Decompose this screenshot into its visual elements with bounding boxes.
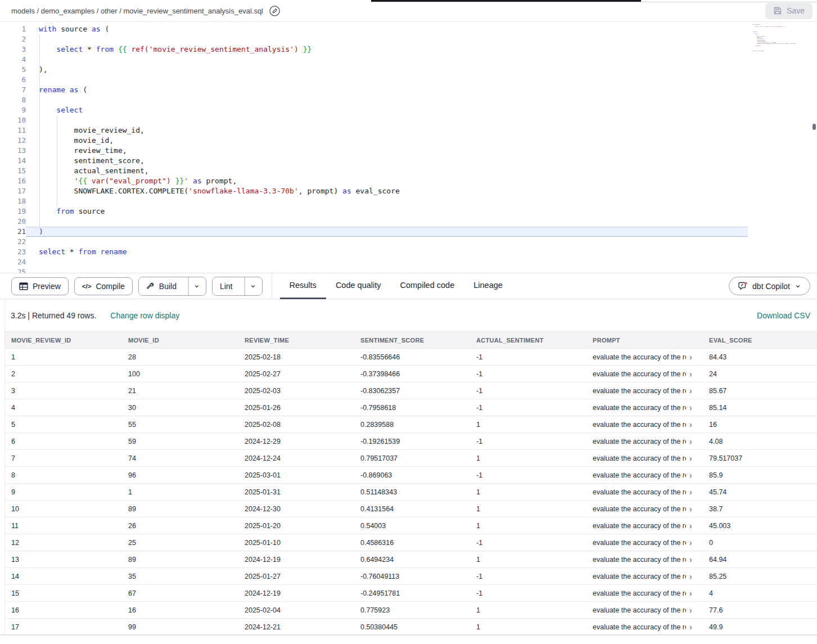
line-number: 23 bbox=[0, 247, 26, 257]
cell: 13 bbox=[5, 551, 122, 568]
edit-filename-icon[interactable] bbox=[269, 5, 281, 17]
expand-prompt-icon[interactable]: › bbox=[689, 572, 692, 581]
code-line[interactable]: 17 SNOWFLAKE.CORTEX.COMPLETE('snowflake-… bbox=[0, 186, 817, 196]
cell: 2025-03-01 bbox=[238, 467, 354, 484]
compile-button[interactable]: </> Compile bbox=[74, 277, 133, 295]
dbt-copilot-button[interactable]: dbt Copilot bbox=[729, 277, 810, 295]
tab-lineage[interactable]: Lineage bbox=[464, 273, 512, 299]
cell: 1 bbox=[470, 551, 586, 568]
build-label: Build bbox=[159, 282, 177, 291]
table-row: 3212025-02-03-0.83062357-1evaluate the a… bbox=[5, 382, 817, 399]
change-row-display-link[interactable]: Change row display bbox=[110, 311, 179, 320]
expand-prompt-icon[interactable]: › bbox=[689, 454, 692, 463]
expand-prompt-icon[interactable]: › bbox=[689, 488, 692, 497]
cell: 2024-12-19 bbox=[238, 551, 354, 568]
lint-dropdown-chevron[interactable] bbox=[244, 277, 261, 295]
code-line[interactable]: 10 bbox=[0, 115, 817, 125]
cell: 1 bbox=[470, 416, 586, 433]
line-number: 4 bbox=[0, 55, 26, 65]
save-button[interactable]: Save bbox=[765, 3, 813, 19]
table-header-row: MOVIE_REVIEW_IDMOVIE_IDREVIEW_TIMESENTIM… bbox=[5, 332, 817, 349]
editor-scrollbar-thumb[interactable] bbox=[813, 124, 816, 130]
expand-prompt-icon[interactable]: › bbox=[689, 386, 692, 395]
code-line[interactable]: 21) bbox=[0, 227, 817, 237]
cell: -1 bbox=[470, 585, 586, 602]
cell: -0.83556646 bbox=[354, 349, 470, 366]
code-line[interactable]: 13 review_time, bbox=[0, 146, 817, 156]
expand-prompt-icon[interactable]: › bbox=[689, 589, 692, 598]
expand-prompt-icon[interactable]: › bbox=[689, 437, 692, 446]
line-number: 16 bbox=[0, 176, 26, 186]
cell: 38.7 bbox=[703, 501, 817, 517]
cell: 3 bbox=[5, 382, 122, 399]
tab-compiled-code[interactable]: Compiled code bbox=[390, 273, 464, 299]
code-line[interactable]: 25 bbox=[0, 267, 817, 273]
expand-prompt-icon[interactable]: › bbox=[689, 471, 692, 480]
code-line[interactable]: 19 from source bbox=[0, 206, 817, 217]
cell: 7 bbox=[5, 450, 122, 467]
cell: 1 bbox=[122, 484, 238, 501]
expand-prompt-icon[interactable]: › bbox=[689, 623, 692, 632]
code-line[interactable]: 1with source as ( bbox=[0, 24, 817, 34]
build-button[interactable]: Build bbox=[139, 277, 184, 295]
code-line[interactable]: 8 bbox=[0, 95, 817, 105]
expand-prompt-icon[interactable]: › bbox=[689, 505, 692, 514]
expand-prompt-icon[interactable]: › bbox=[689, 538, 692, 547]
expand-prompt-icon[interactable]: › bbox=[689, 606, 692, 615]
prompt-cell: evaluate the accuracy of the res…› bbox=[586, 501, 703, 517]
cell: -1 bbox=[470, 366, 586, 382]
code-line[interactable]: 9 select bbox=[0, 105, 817, 115]
expand-prompt-icon[interactable]: › bbox=[689, 521, 692, 530]
lint-label: Lint bbox=[220, 282, 233, 291]
cell: 16 bbox=[703, 416, 817, 433]
download-csv-link[interactable]: Download CSV bbox=[757, 311, 810, 320]
code-line[interactable]: 11 movie_review_id, bbox=[0, 125, 817, 136]
code-line[interactable]: 18 bbox=[0, 196, 817, 206]
code-line[interactable]: 12 movie_id, bbox=[0, 136, 817, 146]
code-editor[interactable]: 1with source as (23 select * from {{ ref… bbox=[0, 22, 817, 273]
expand-prompt-icon[interactable]: › bbox=[689, 370, 692, 379]
lint-button[interactable]: Lint bbox=[213, 277, 240, 295]
prompt-cell: evaluate the accuracy of the res…› bbox=[586, 467, 703, 484]
tab-code-quality[interactable]: Code quality bbox=[326, 273, 391, 299]
expand-prompt-icon[interactable]: › bbox=[689, 353, 692, 362]
cell: 85.25 bbox=[703, 568, 817, 585]
code-line[interactable]: 3 select * from {{ ref('movie_review_sen… bbox=[0, 44, 817, 55]
preview-table-icon bbox=[19, 282, 28, 290]
cell: 79.517037 bbox=[703, 450, 817, 467]
copilot-label: dbt Copilot bbox=[752, 282, 790, 291]
code-line[interactable]: 24 bbox=[0, 257, 817, 267]
code-line[interactable]: 5), bbox=[0, 65, 817, 75]
line-number: 7 bbox=[0, 85, 26, 95]
tab-results[interactable]: Results bbox=[280, 273, 326, 299]
prompt-text: evaluate the accuracy of the res… bbox=[593, 623, 686, 631]
code-line[interactable]: 15 actual_sentiment, bbox=[0, 166, 817, 176]
expand-prompt-icon[interactable]: › bbox=[689, 420, 692, 429]
code-line[interactable]: 4 bbox=[0, 55, 817, 65]
column-header: MOVIE_ID bbox=[122, 332, 238, 349]
cell: 11 bbox=[5, 517, 122, 534]
line-number: 15 bbox=[0, 166, 26, 176]
code-line[interactable]: 22 bbox=[0, 237, 817, 247]
code-line[interactable]: 7rename as ( bbox=[0, 85, 817, 95]
code-line[interactable]: 2 bbox=[0, 34, 817, 44]
code-line[interactable]: 20 bbox=[0, 217, 817, 227]
cell: 99 bbox=[122, 619, 238, 636]
cell: 30 bbox=[122, 399, 238, 416]
prompt-text: evaluate the accuracy of the res… bbox=[593, 370, 686, 378]
code-line[interactable]: 23select * from rename bbox=[0, 247, 817, 257]
cell: -1 bbox=[470, 433, 586, 450]
preview-button[interactable]: Preview bbox=[11, 277, 69, 295]
expand-prompt-icon[interactable]: › bbox=[689, 403, 692, 412]
copilot-dropdown-chevron[interactable] bbox=[795, 283, 801, 290]
code-line[interactable]: 16 '{{ var("eval_prompt") }}' as prompt, bbox=[0, 176, 817, 186]
code-line[interactable]: 6 bbox=[0, 75, 817, 85]
code-line[interactable]: 14 sentiment_score, bbox=[0, 156, 817, 166]
line-number: 24 bbox=[0, 257, 26, 267]
editor-scrollbar[interactable] bbox=[812, 22, 816, 273]
code-text bbox=[26, 95, 39, 105]
prompt-cell: evaluate the accuracy of the res…› bbox=[586, 551, 703, 568]
expand-prompt-icon[interactable]: › bbox=[689, 555, 692, 564]
minimap[interactable]: with source as ( select * from {{ ref('m… bbox=[751, 24, 804, 54]
build-dropdown-chevron[interactable] bbox=[188, 277, 205, 295]
